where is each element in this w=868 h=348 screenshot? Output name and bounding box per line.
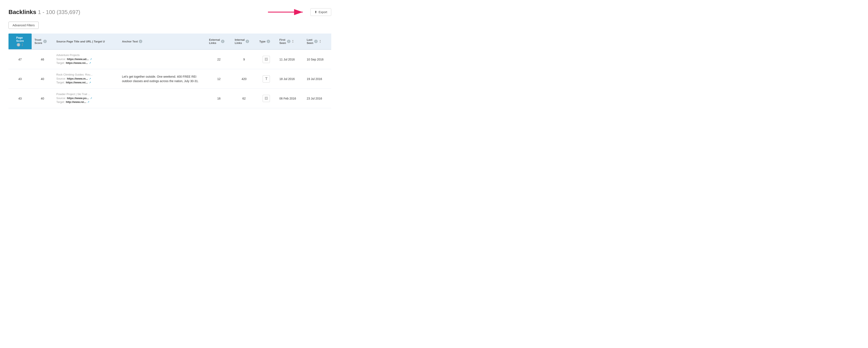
th-anchor-text-label: Anchor Text: [122, 40, 138, 43]
cell-last-seen: 10 Sep 2016: [304, 50, 331, 69]
cell-first-seen: 11 Jul 2016: [276, 50, 304, 69]
th-last-seen[interactable]: LastSeen i ▲▼: [304, 34, 331, 50]
source-ext-link-icon[interactable]: ↗: [89, 77, 91, 80]
last-seen-info-icon[interactable]: i: [314, 40, 318, 43]
target-ext-link-icon[interactable]: ↗: [89, 62, 91, 64]
cell-internal-links: 9: [231, 50, 256, 69]
export-icon: ⬆: [314, 10, 317, 14]
cell-trust-score: 40: [32, 89, 54, 108]
source-title: Rock Climbing Guides: Rou...: [56, 73, 116, 76]
external-links-info-icon[interactable]: i: [221, 40, 224, 43]
th-trust-score: TrustScore i: [32, 34, 54, 50]
table-row: 4746 Adventure Projects Source: https://…: [8, 50, 331, 69]
cell-page-score: 43: [8, 89, 32, 108]
target-url-row: Target: https://www.rei... ↗: [56, 61, 116, 64]
cell-last-seen: 19 Jul 2016: [304, 69, 331, 89]
th-anchor-text: Anchor Text i: [119, 34, 206, 50]
first-seen-sort-icon[interactable]: ▲▼: [292, 39, 294, 43]
th-first-seen-label: FirstSeen: [279, 38, 286, 44]
th-first-seen[interactable]: FirstSeen i ▲▼: [276, 34, 304, 50]
cell-external-links: 22: [206, 50, 231, 69]
title-text: Backlinks: [8, 9, 36, 15]
anchor-text-info-icon[interactable]: i: [139, 40, 142, 43]
cell-first-seen: 18 Jul 2016: [276, 69, 304, 89]
th-page-score[interactable]: PageScore i ▲▼: [8, 34, 32, 50]
cell-source-url: Powder Project | Ski Trail ... Source: h…: [53, 89, 119, 108]
th-type-label: Type: [259, 40, 266, 43]
source-url-row: Source: https://www.ad... ↗: [56, 58, 116, 61]
cell-trust-score: 40: [32, 69, 54, 89]
last-seen-sort-icon[interactable]: ▲▼: [319, 39, 321, 43]
cell-type: T: [256, 69, 276, 89]
trust-score-info-icon[interactable]: i: [43, 40, 47, 43]
cell-external-links: 12: [206, 69, 231, 89]
first-seen-info-icon[interactable]: i: [287, 40, 290, 43]
table-row: 4340 Rock Climbing Guides: Rou... Source…: [8, 69, 331, 89]
export-button[interactable]: ⬆ Export: [310, 8, 331, 16]
cell-external-links: 16: [206, 89, 231, 108]
filters-row: Advanced Filters: [8, 22, 331, 29]
target-url-row: Target: http://www.rei... ↗: [56, 100, 116, 103]
type-info-icon[interactable]: i: [267, 40, 270, 43]
export-area: ⬆ Export: [268, 7, 331, 18]
cell-page-score: 43: [8, 69, 32, 89]
advanced-filters-label: Advanced Filters: [12, 24, 35, 27]
cell-trust-score: 46: [32, 50, 54, 69]
cell-anchor-text: [119, 89, 206, 108]
cell-source-url: Adventure Projects Source: https://www.a…: [53, 50, 119, 69]
text-type-icon: T: [262, 75, 270, 83]
cell-page-score: 47: [8, 50, 32, 69]
source-url-row: Source: https://www.m... ↗: [56, 77, 116, 80]
backlinks-table: PageScore i ▲▼ TrustScore i Source Page …: [8, 34, 331, 108]
header-row: Backlinks 1 - 100 (335,697) ⬆ Export: [8, 7, 331, 18]
th-type: Type i: [256, 34, 276, 50]
th-external-links-label: ExternalLinks: [209, 38, 220, 44]
source-ext-link-icon[interactable]: ↗: [90, 97, 92, 100]
cell-first-seen: 06 Feb 2016: [276, 89, 304, 108]
page-score-info-icon[interactable]: i: [17, 43, 20, 46]
page-title: Backlinks 1 - 100 (335,697): [8, 9, 80, 15]
th-trust-score-label: TrustScore: [35, 38, 42, 44]
cell-type: 🖼: [256, 50, 276, 69]
cell-anchor-text: [119, 50, 206, 69]
table-header-row: PageScore i ▲▼ TrustScore i Source Page …: [8, 34, 331, 50]
th-external-links: ExternalLinks i: [206, 34, 231, 50]
internal-links-info-icon[interactable]: i: [246, 40, 249, 43]
cell-last-seen: 23 Jul 2016: [304, 89, 331, 108]
th-page-score-label: PageScore: [16, 36, 24, 42]
source-title: Adventure Projects: [56, 54, 116, 57]
th-last-seen-label: LastSeen: [307, 38, 313, 44]
advanced-filters-button[interactable]: Advanced Filters: [8, 22, 39, 29]
page-score-sort-icon[interactable]: ▲▼: [22, 43, 23, 47]
th-source-url: Source Page Title and URL | Target U: [53, 34, 119, 50]
source-url-row: Source: https://www.po... ↗: [56, 97, 116, 100]
title-range: 1 - 100 (335,697): [38, 9, 80, 15]
target-url-row: Target: https://www.rei... ↗: [56, 81, 116, 84]
cell-type: 🖼: [256, 89, 276, 108]
target-ext-link-icon[interactable]: ↗: [87, 101, 89, 103]
cell-source-url: Rock Climbing Guides: Rou... Source: htt…: [53, 69, 119, 89]
cell-anchor-text: Let's get together outside. One weekend.…: [119, 69, 206, 89]
th-internal-links-label: InternalLinks: [235, 38, 245, 44]
export-label: Export: [319, 10, 327, 14]
th-source-url-label: Source Page Title and URL | Target U: [56, 40, 105, 43]
source-ext-link-icon[interactable]: ↗: [90, 58, 92, 61]
arrow-icon: [268, 7, 306, 18]
image-type-icon: 🖼: [262, 56, 270, 63]
cell-internal-links: 420: [231, 69, 256, 89]
arrow-annotation: [268, 7, 306, 18]
cell-internal-links: 62: [231, 89, 256, 108]
source-title: Powder Project | Ski Trail ...: [56, 93, 116, 96]
table-row: 4340 Powder Project | Ski Trail ... Sour…: [8, 89, 331, 108]
th-internal-links: InternalLinks i: [231, 34, 256, 50]
target-ext-link-icon[interactable]: ↗: [89, 81, 91, 84]
image-type-icon: 🖼: [262, 95, 270, 102]
